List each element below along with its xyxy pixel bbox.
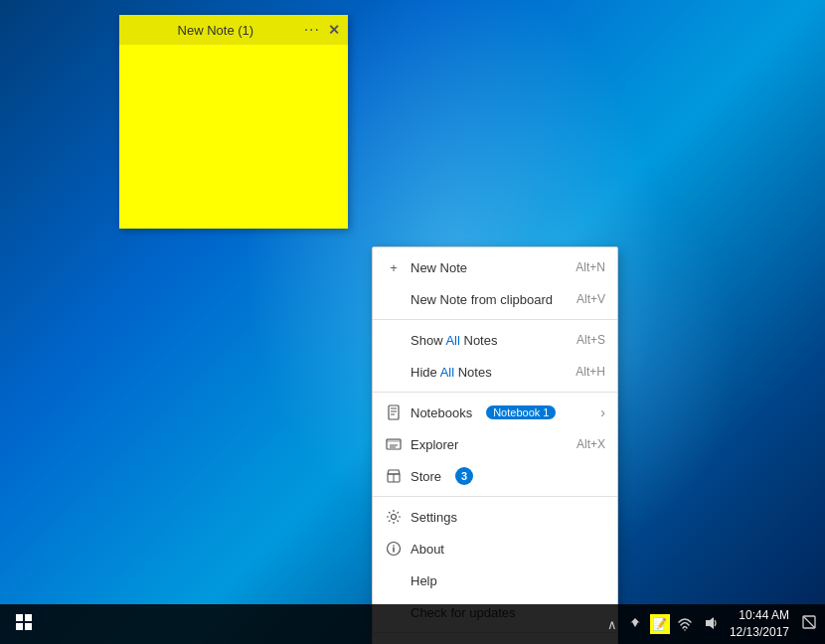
menu-item-about[interactable]: About <box>373 533 617 564</box>
menu-notebooks-label: Notebooks <box>411 405 472 420</box>
menu-new-note-clipboard-shortcut: Alt+V <box>577 292 605 306</box>
clipboard-icon <box>385 290 403 308</box>
menu-item-hide-all-notes[interactable]: Hide All Notes Alt+H <box>373 356 617 388</box>
menu-item-new-note[interactable]: + New Note Alt+N <box>373 251 617 283</box>
svg-marker-19 <box>706 617 714 629</box>
sticky-note-body[interactable] <box>119 45 348 229</box>
notebook-icon <box>385 403 403 421</box>
store-icon <box>385 467 403 485</box>
menu-item-notebooks[interactable]: Notebooks Notebook 1 › <box>373 397 617 428</box>
menu-show-all-notes-shortcut: Alt+S <box>577 333 605 347</box>
notebook-badge: Notebook 1 <box>486 405 556 419</box>
menu-about-label: About <box>411 542 444 557</box>
menu-item-store[interactable]: Store 3 <box>373 460 617 492</box>
about-icon <box>385 540 403 558</box>
tray-icons: ∧ 📝 <box>604 613 722 636</box>
menu-explorer-label: Explorer <box>411 437 458 452</box>
menu-store-label: Store <box>411 469 441 484</box>
menu-new-note-clipboard-label: New Note from clipboard <box>411 292 553 307</box>
divider-2 <box>373 392 617 393</box>
context-menu: + New Note Alt+N New Note from clipboard… <box>372 246 618 644</box>
svg-point-10 <box>392 515 397 520</box>
menu-hide-all-notes-label: Hide All Notes <box>411 365 492 380</box>
hide-icon <box>385 363 403 381</box>
menu-item-explorer[interactable]: Explorer Alt+X <box>373 428 617 460</box>
svg-rect-16 <box>16 623 23 630</box>
tray-wifi-icon[interactable] <box>674 613 696 636</box>
svg-rect-5 <box>387 439 401 442</box>
sticky-note-controls: ··· ✕ <box>304 21 340 39</box>
menu-item-show-all-notes[interactable]: Show All Notes Alt+S <box>373 324 617 356</box>
menu-new-note-shortcut: Alt+N <box>576 260 605 274</box>
menu-settings-label: Settings <box>411 510 457 525</box>
menu-help-label: Help <box>411 573 437 588</box>
tray-network-icon[interactable] <box>624 613 646 636</box>
menu-item-settings[interactable]: Settings <box>373 501 617 533</box>
divider-1 <box>373 319 617 320</box>
start-button[interactable] <box>0 604 48 644</box>
clock-date: 12/13/2017 <box>730 624 789 641</box>
svg-rect-17 <box>25 623 32 630</box>
sticky-note-window: New Note (1) ··· ✕ <box>119 15 348 229</box>
svg-rect-15 <box>25 614 32 621</box>
taskbar-left <box>0 604 48 644</box>
sticky-tray-icon[interactable]: 📝 <box>650 614 670 634</box>
divider-3 <box>373 496 617 497</box>
explorer-icon <box>385 435 403 453</box>
svg-point-18 <box>684 629 686 631</box>
notification-icon[interactable] <box>801 614 817 634</box>
menu-show-all-notes-label: Show All Notes <box>411 333 497 348</box>
tray-speaker-icon[interactable] <box>700 613 722 636</box>
taskbar-right: ∧ 📝 <box>604 604 825 644</box>
svg-line-21 <box>803 616 815 628</box>
menu-new-note-label: New Note <box>411 260 467 275</box>
menu-hide-all-notes-shortcut: Alt+H <box>576 365 605 379</box>
menu-explorer-shortcut: Alt+X <box>577 437 605 451</box>
clock[interactable]: 10:44 AM 12/13/2017 <box>730 607 793 641</box>
sticky-note-close-button[interactable]: ✕ <box>328 22 340 38</box>
clock-time: 10:44 AM <box>739 607 789 624</box>
notebooks-arrow-icon: › <box>600 404 605 420</box>
start-icon <box>16 614 32 634</box>
taskbar: ∧ 📝 <box>0 604 825 644</box>
svg-rect-14 <box>16 614 23 621</box>
sticky-note-more-button[interactable]: ··· <box>304 21 320 39</box>
sticky-note-title-text: New Note (1) <box>127 23 304 38</box>
store-badge: 3 <box>455 467 473 485</box>
svg-rect-0 <box>389 405 399 419</box>
help-icon <box>385 571 403 589</box>
menu-item-new-note-clipboard[interactable]: New Note from clipboard Alt+V <box>373 283 617 315</box>
menu-item-help[interactable]: Help <box>373 564 617 596</box>
sticky-note-titlebar: New Note (1) ··· ✕ <box>119 15 348 45</box>
tray-arrow-icon[interactable]: ∧ <box>604 615 620 634</box>
settings-icon <box>385 508 403 526</box>
plus-icon: + <box>385 258 403 276</box>
show-icon <box>385 331 403 349</box>
svg-point-13 <box>393 545 395 547</box>
